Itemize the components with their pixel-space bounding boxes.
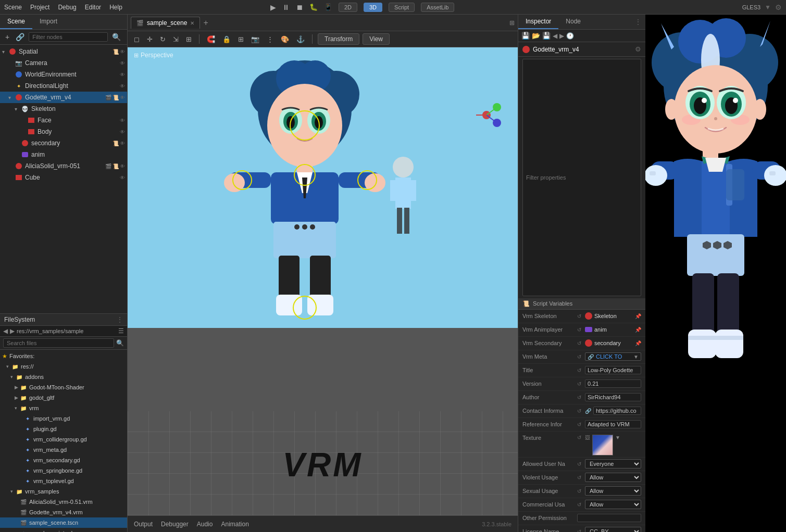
reset-meta-icon[interactable]: ↺ [577, 354, 581, 360]
fs-item-vrm-samples[interactable]: ▾ 📁 vrm_samples [0, 486, 127, 497]
menu-debug[interactable]: Debug [58, 4, 76, 11]
menu-project[interactable]: Project [30, 4, 49, 11]
reset-title-icon[interactable]: ↺ [577, 368, 581, 373]
tree-item-spatial[interactable]: ▾ Spatial 📜 👁 [0, 46, 127, 57]
reset-commercial-icon[interactable]: ↺ [577, 502, 581, 508]
eye-badge-camera[interactable]: 👁 [120, 60, 125, 66]
pause-button[interactable]: ⏸ [282, 3, 290, 11]
transform2-button[interactable]: ⊞ [184, 34, 194, 44]
snap-button[interactable]: 🧲 [205, 34, 217, 44]
history-icon[interactable]: 🕐 [566, 32, 574, 40]
transform-button[interactable]: Transform [318, 33, 359, 45]
eye-badge-secondary[interactable]: 👁 [120, 141, 125, 146]
import-tab[interactable]: Import [32, 15, 65, 29]
node-tab[interactable]: Node [558, 15, 588, 29]
scale-tool-button[interactable]: ⇲ [171, 34, 181, 44]
reset-reference-icon[interactable]: ↺ [577, 422, 581, 427]
fs-back-button[interactable]: ◀ [3, 327, 8, 335]
fs-item-vrm-folder[interactable]: ▾ 📁 vrm [0, 403, 127, 413]
version-input[interactable] [585, 379, 641, 388]
fs-search-input[interactable] [3, 338, 114, 348]
eye-badge-spatial[interactable]: 👁 [120, 49, 125, 55]
eye-badge-alicia[interactable]: 👁 [120, 163, 125, 169]
new-tab-button[interactable]: + [203, 18, 208, 28]
fs-item-res[interactable]: ▾ 📁 res:// [0, 361, 127, 372]
reset-skeleton-icon[interactable]: ↺ [577, 313, 581, 319]
eye-badge-dirlight[interactable]: 👁 [120, 83, 125, 89]
inspector-more-icon[interactable]: ⋮ [631, 16, 645, 28]
reset-secondary-icon[interactable]: ↺ [577, 340, 581, 346]
menu-editor[interactable]: Editor [85, 4, 101, 11]
tree-item-worldenv[interactable]: WorldEnvironment 👁 [0, 69, 127, 80]
maximize-viewport-button[interactable]: ⊞ [509, 19, 515, 27]
title-input[interactable] [585, 366, 641, 374]
grid-button[interactable]: ⊞ [236, 34, 246, 44]
fs-item-springbone[interactable]: ✦ vrm_springbone.gd [0, 465, 127, 476]
menu-help[interactable]: Help [109, 4, 122, 11]
view-button[interactable]: View [363, 33, 390, 45]
reset-texture-icon[interactable]: ↺ [577, 435, 581, 440]
fs-item-collider[interactable]: ✦ vrm_collidergroup.gd [0, 434, 127, 445]
author-input[interactable] [585, 393, 641, 401]
reset-violent-icon[interactable]: ↺ [577, 475, 581, 480]
search-icon[interactable]: 🔍 [110, 32, 123, 42]
fs-item-vrmeta[interactable]: ✦ vrm_meta.gd [0, 445, 127, 455]
tree-item-camera[interactable]: 📷 Camera 👁 [0, 57, 127, 69]
skeleton-pin-icon[interactable]: 📌 [635, 313, 641, 319]
fs-item-plugin[interactable]: ✦ plugin.gd [0, 424, 127, 434]
animplayer-pin-icon[interactable]: 📌 [635, 327, 641, 333]
allowed-user-dropdown[interactable]: Everyone [585, 459, 641, 468]
scene-tab[interactable]: Scene [0, 15, 32, 29]
eye-badge-godette[interactable]: 👁 [120, 95, 125, 100]
inspector-settings-icon[interactable]: ⚙ [635, 45, 641, 53]
tree-arrow-spatial[interactable]: ▾ [2, 49, 8, 55]
viewport-canvas[interactable]: Perspective [128, 47, 518, 515]
scene-tab-close[interactable]: ✕ [190, 20, 194, 26]
reset-allowed-user-icon[interactable]: ↺ [577, 461, 581, 467]
fs-item-sample-scene[interactable]: 🎬 sample_scene.tscn [0, 517, 127, 528]
fs-item-toplevel[interactable]: ✦ vrm_toplevel.gd [0, 476, 127, 486]
tree-item-face[interactable]: Face 👁 [0, 115, 127, 126]
fs-item-import-vrm[interactable]: ✦ import_vrm.gd [0, 413, 127, 424]
mode-3d-button[interactable]: 3D [364, 3, 382, 12]
tree-item-skeleton[interactable]: ▾ 💀 Skeleton [0, 103, 127, 115]
debug-button[interactable]: 🐛 [309, 3, 318, 11]
tree-item-alicia[interactable]: AliciaSolid_vrm-051 🎬 📜 👁 [0, 160, 127, 172]
lock-button[interactable]: 🔒 [220, 34, 233, 44]
reference-input[interactable] [585, 420, 641, 428]
history-back-icon[interactable]: ◀ [553, 32, 557, 40]
fs-search-icon[interactable]: 🔍 [116, 339, 124, 347]
play-button[interactable]: ▶ [270, 3, 276, 11]
fs-item-alicia-vrm[interactable]: 🎬 AliciaSolid_vrm-0.51.vrm [0, 497, 127, 507]
reset-sexual-icon[interactable]: ↺ [577, 488, 581, 494]
debugger-tab[interactable]: Debugger [161, 521, 189, 528]
more-button[interactable]: ⋮ [265, 34, 276, 44]
rotate-tool-button[interactable]: ↻ [158, 34, 168, 44]
sexual-usage-dropdown[interactable]: Allow [585, 486, 641, 496]
history-forward-icon[interactable]: ▶ [559, 32, 564, 40]
stop-button[interactable]: ⏹ [296, 3, 303, 11]
paint-button[interactable]: 🎨 [279, 34, 291, 44]
audio-tab[interactable]: Audio [197, 521, 213, 528]
fs-item-secondary-gd[interactable]: ✦ vrm_secondary.gd [0, 455, 127, 465]
eye-badge-cube[interactable]: 👁 [120, 175, 125, 181]
fs-item-mtoon[interactable]: ▶ 📁 Godot-MToon-Shader [0, 382, 127, 392]
load-icon[interactable]: 📂 [532, 32, 540, 40]
fs-item-godette-vrm[interactable]: 🎬 Godette_vrm_v4.vrm [0, 507, 127, 517]
secondary-pin-icon[interactable]: 📌 [635, 340, 641, 346]
other-permission-input[interactable] [577, 514, 641, 522]
eye-badge-worldenv[interactable]: 👁 [120, 72, 125, 78]
fs-list-view-button[interactable]: ☰ [118, 327, 124, 335]
save-icon[interactable]: 💾 [521, 32, 530, 40]
reset-animplayer-icon[interactable]: ↺ [577, 327, 581, 333]
select-tool-button[interactable]: ◻ [132, 34, 142, 44]
inspector-tab[interactable]: Inspector [518, 15, 558, 29]
animation-tab[interactable]: Animation [221, 521, 248, 528]
tree-item-cube[interactable]: Cube 👁 [0, 172, 127, 183]
camera-button[interactable]: 📷 [249, 34, 261, 44]
contact-input[interactable] [593, 407, 641, 415]
commercial-usage-dropdown[interactable]: Allow [585, 500, 641, 509]
anchor-button[interactable]: ⚓ [294, 34, 307, 44]
reset-contact-icon[interactable]: ↺ [577, 408, 581, 414]
mode-script-button[interactable]: Script [389, 3, 415, 12]
